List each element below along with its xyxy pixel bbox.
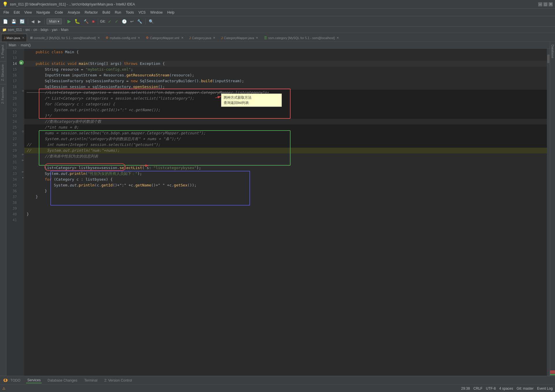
menu-tools[interactable]: Tools [124, 10, 136, 15]
stop-button[interactable]: ■ [91, 19, 95, 24]
favorites-tab[interactable]: 2: Favorites [0, 84, 6, 107]
arrow-32: ▷ [22, 170, 24, 173]
bottom-panel: 6 : TODO Services Database Changes Termi… [0, 376, 555, 384]
title-bar: 💡 ssm_011 [D:\IdeaProjects\ssm_011] - ..… [0, 0, 555, 9]
collapse-14[interactable]: ▾ [22, 60, 24, 63]
menu-build[interactable]: Build [100, 10, 113, 15]
scrollbar-thumb[interactable] [547, 54, 550, 63]
tab-category-java[interactable]: J Category.java ✕ [187, 34, 218, 41]
app-icon: 💡 [2, 1, 8, 7]
collapse-37[interactable]: ▾ [22, 176, 24, 179]
menu-edit[interactable]: Edit [11, 10, 22, 15]
code-content[interactable]: public class Main { public static void m… [24, 49, 547, 376]
maximize-button[interactable]: □ [543, 2, 547, 6]
branch-selector[interactable]: Main ▾ [47, 19, 62, 24]
tab-close-main[interactable]: ✕ [22, 36, 24, 39]
structure-tab[interactable]: Z: Structure [0, 61, 6, 84]
menu-analyze[interactable]: Analyze [65, 10, 82, 15]
menu-navigate[interactable]: Navigate [34, 10, 52, 15]
back-button[interactable]: ◀ [30, 19, 36, 24]
code-line-31 [24, 159, 547, 165]
services-tab[interactable]: Services [26, 378, 42, 383]
tab-category-mapper-java[interactable]: J CategoryMapper.java ✕ [218, 34, 261, 41]
ln-38: 38 [6, 200, 17, 206]
error-indicator [550, 371, 555, 372]
cn-folder[interactable]: cn [34, 28, 37, 32]
status-position[interactable]: 29:38 [461, 386, 470, 391]
menu-refactor[interactable]: Refactor [82, 10, 100, 15]
breadcrumb-method[interactable]: main() [21, 43, 31, 47]
database-changes-tab[interactable]: Database Changes [46, 378, 78, 383]
tab-ssm-category-db[interactable]: 🗄 ssm.category [MySQL for 5.1 - ssm@loca… [261, 34, 341, 41]
bdqn-folder[interactable]: bdqn [41, 28, 48, 32]
search-button[interactable]: 🔍 [148, 19, 155, 24]
vc-label: 2: Version Control [104, 378, 132, 382]
arrow-30: ▷ [22, 159, 24, 162]
status-indent[interactable]: 4 spaces [499, 386, 513, 391]
menu-file[interactable]: File [1, 10, 11, 15]
status-right: 29:38 CRLF UTF-8 4 spaces Git: master Ev… [461, 386, 553, 391]
ln-18: 18 [6, 84, 17, 90]
main-file[interactable]: Main [61, 28, 68, 32]
tab-close-category[interactable]: ✕ [213, 36, 215, 39]
database-panel-tab[interactable]: Database [550, 42, 555, 61]
version-control-tab[interactable]: 2: Version Control [103, 378, 133, 383]
minimize-button[interactable]: ─ [538, 2, 542, 6]
arrow-29: ▷ [22, 153, 24, 156]
yan-folder[interactable]: yan [52, 28, 57, 32]
status-charset[interactable]: UTF-8 [486, 386, 496, 391]
git-rollback-button[interactable]: ↩ [129, 19, 135, 24]
run-button[interactable]: ▶ [66, 18, 72, 25]
debug-button[interactable]: 🐛 [73, 18, 81, 25]
git-history-button[interactable]: 🕐 [121, 19, 128, 24]
src-folder[interactable]: src [25, 28, 30, 32]
menu-run[interactable]: Run [113, 10, 124, 15]
ln-23: 23 [6, 113, 17, 119]
todo-tab[interactable]: 6 : TODO [2, 378, 21, 383]
tab-console[interactable]: ⊞ console_2 [MySQL for 5.1 - ssm@localho… [27, 34, 102, 41]
ln-22: 22 [6, 107, 17, 113]
tab-close-mybatis[interactable]: ✕ [138, 36, 140, 39]
menu-help[interactable]: Help [165, 10, 177, 15]
tab-main-java[interactable]: J Main.java ✕ [1, 34, 27, 41]
status-todo[interactable]: ⚠ [2, 386, 5, 391]
new-file-button[interactable]: 📄 [2, 19, 9, 24]
code-line-33: System.out.println("性别为女的所有人员如下："); [24, 171, 547, 177]
ln-32: 32 [6, 165, 17, 171]
status-branch[interactable]: Git: master [517, 386, 534, 391]
toolbar-sep-5 [145, 19, 146, 24]
tab-mybatis-config[interactable]: ⚙ mybatis-config.xml ✕ [103, 34, 143, 41]
tab-close-mapper-java[interactable]: ✕ [256, 36, 258, 39]
code-line-38 [24, 200, 547, 206]
project-tab[interactable]: 1: Project [0, 42, 6, 61]
code-line-41 [24, 217, 547, 223]
ln-17: 17 [6, 78, 17, 84]
xml-icon-mapper: ⚙ [146, 36, 149, 40]
breadcrumb-main[interactable]: Main [9, 43, 16, 47]
git-check-button[interactable]: ✓ [107, 19, 113, 24]
status-crlf[interactable]: CRLF [473, 386, 482, 391]
menu-view[interactable]: View [22, 10, 34, 15]
save-button[interactable]: 💾 [10, 19, 17, 24]
ln-25: 25 [6, 124, 17, 130]
gutter-area: ▶ ▾ ▾ ○ ○ ▷ ▷ ▷ [19, 49, 24, 376]
terminal-tab[interactable]: Terminal [83, 378, 98, 383]
event-log[interactable]: Event Log [537, 386, 553, 391]
tab-category-mapper-xml[interactable]: ⚙ CategoryMapper.xml ✕ [143, 34, 186, 41]
tab-close-console[interactable]: ✕ [98, 36, 100, 39]
editor-scrollbar[interactable] [547, 49, 550, 376]
menu-vcs[interactable]: VCS [136, 10, 148, 15]
close-button[interactable]: ✕ [549, 2, 553, 6]
build-button[interactable]: 🔨 [82, 19, 90, 24]
git-push-button[interactable]: ✓ [114, 19, 120, 24]
sync-button[interactable]: 🔄 [19, 19, 26, 24]
db-icon: 🗄 [264, 36, 267, 40]
git-settings-button[interactable]: 🔧 [136, 19, 143, 24]
tab-close-db[interactable]: ✕ [337, 36, 339, 39]
project-name[interactable]: ssm_011 [8, 28, 22, 32]
tab-close-mapper-xml[interactable]: ✕ [181, 36, 183, 39]
forward-button[interactable]: ▶ [37, 19, 42, 24]
toolbar-sep-1 [28, 19, 28, 24]
menu-code[interactable]: Code [52, 10, 65, 15]
menu-window[interactable]: Window [148, 10, 165, 15]
